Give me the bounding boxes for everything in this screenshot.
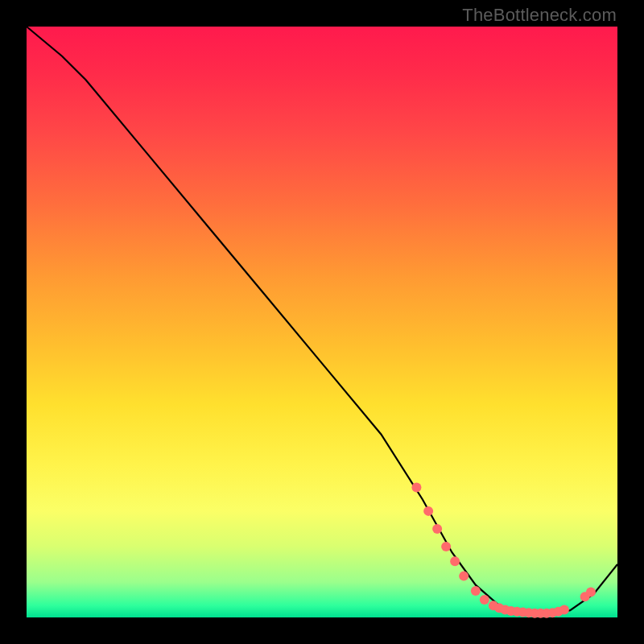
curve-marker: [432, 524, 442, 534]
curve-marker: [450, 556, 460, 566]
curve-marker: [441, 542, 451, 551]
curve-marker: [480, 595, 489, 605]
curve-marker: [423, 506, 433, 516]
chart-svg: [27, 27, 617, 617]
curve-line: [27, 27, 617, 614]
curve-marker: [459, 572, 469, 581]
watermark-text: TheBottleneck.com: [462, 5, 617, 26]
chart-frame: TheBottleneck.com: [0, 0, 644, 644]
curve-markers: [411, 483, 596, 618]
curve-marker: [586, 587, 596, 597]
curve-marker: [559, 605, 569, 614]
curve-marker: [471, 586, 481, 596]
plot-area: [27, 27, 617, 617]
curve-marker: [411, 483, 421, 493]
